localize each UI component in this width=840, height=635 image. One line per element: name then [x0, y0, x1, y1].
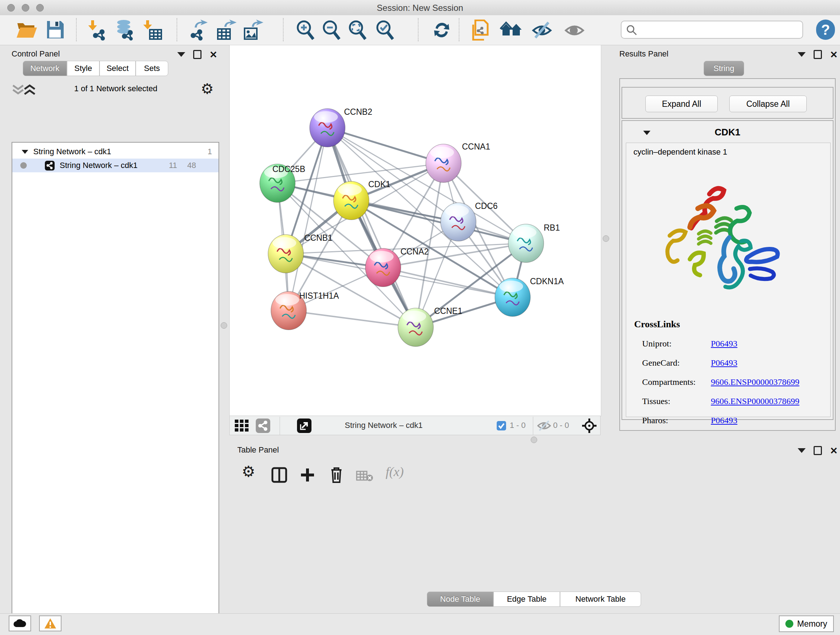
results-panel-close-icon[interactable]: ✕	[830, 51, 838, 58]
hide-panel-eye-icon[interactable]	[532, 19, 552, 40]
node-gloss-highlight	[499, 280, 523, 292]
fit-selection-crosshair-icon[interactable]	[581, 418, 597, 434]
import-table-icon[interactable]	[143, 19, 163, 40]
node-gloss-highlight	[314, 111, 338, 123]
tab-style[interactable]: Style	[67, 61, 99, 76]
network-label: String Network – cdk1	[60, 161, 137, 170]
selected-checkbox-icon[interactable]	[497, 421, 506, 431]
selected-count: 1 - 0	[510, 421, 526, 430]
node-gloss-highlight	[370, 251, 393, 263]
string-view-icon[interactable]	[256, 418, 270, 433]
import-network-icon[interactable]	[88, 19, 108, 40]
zoom-in-icon[interactable]	[295, 19, 315, 40]
left-splitter-handle[interactable]	[221, 322, 227, 329]
node-gloss-highlight	[272, 237, 296, 249]
control-panel-close-icon[interactable]: ✕	[210, 51, 218, 58]
table-panel-menu-icon[interactable]	[798, 448, 806, 453]
refresh-icon[interactable]	[432, 19, 452, 40]
network-edge-CCNA2-CDKN1A[interactable]	[383, 268, 513, 297]
tab-network[interactable]: Network	[23, 61, 67, 76]
crosslink-label: GeneCard:	[642, 358, 711, 368]
table-panel-title: Table Panel	[237, 445, 279, 455]
collapse-all-button[interactable]: Collapse All	[729, 96, 807, 112]
delete-column-icon[interactable]	[329, 466, 344, 484]
table-tabs: Node TableEdge TableNetwork Table	[427, 592, 641, 607]
network-edge-HIST1H1A-CCNE1[interactable]	[289, 310, 416, 327]
show-columns-icon[interactable]	[271, 467, 287, 483]
memory-label: Memory	[797, 619, 827, 629]
table-panel-float-icon[interactable]	[813, 446, 822, 455]
network-options-gear-icon[interactable]: ⚙	[201, 80, 214, 97]
tab-select[interactable]: Select	[99, 61, 136, 76]
crosslink-value-link[interactable]: P06493	[711, 339, 737, 348]
home-networks-icon[interactable]	[500, 19, 524, 40]
network-edge-CDK1-RB1[interactable]	[351, 201, 526, 243]
crosslink-value-link[interactable]: 9606.ENSP00000378699	[711, 396, 799, 406]
results-panel-float-icon[interactable]	[813, 50, 822, 59]
function-builder-icon[interactable]: f(x)	[386, 464, 404, 479]
zoom-selected-icon[interactable]	[375, 19, 394, 40]
results-panel-title: Results Panel	[619, 49, 668, 59]
import-database-icon[interactable]	[114, 19, 136, 40]
crosslink-label: Uniprot:	[642, 339, 711, 348]
collapse-all-chevron-icon[interactable]	[22, 84, 38, 96]
crosslink-row: GeneCard:P06493	[642, 353, 823, 372]
network-list: String Network – cdk1 1 String Network –…	[11, 142, 219, 635]
delete-table-icon[interactable]	[356, 470, 373, 482]
open-session-icon[interactable]	[16, 19, 38, 40]
search-input[interactable]	[621, 21, 803, 39]
table-options-gear-icon[interactable]: ⚙	[242, 463, 256, 480]
help-button[interactable]: ?	[816, 19, 835, 40]
collection-expander-icon[interactable]	[21, 149, 29, 155]
network-edge-CCNB2-CCNE1[interactable]	[327, 128, 416, 327]
toolbar-separator	[76, 18, 77, 41]
add-column-icon[interactable]	[300, 467, 316, 483]
right-splitter-handle[interactable]	[603, 235, 609, 242]
save-session-icon[interactable]	[46, 19, 65, 40]
table-panel-close-icon[interactable]: ✕	[830, 447, 838, 454]
crosslink-label: Pharos:	[642, 416, 711, 425]
control-panel-tabs: NetworkStyleSelectSets	[23, 61, 168, 76]
cloud-icon	[13, 619, 27, 628]
copy-network-icon[interactable]	[470, 19, 491, 40]
export-network-icon[interactable]	[187, 19, 208, 40]
control-panel-float-icon[interactable]	[193, 50, 202, 59]
open-in-window-icon[interactable]	[297, 418, 311, 433]
zoom-out-icon[interactable]	[321, 19, 341, 40]
export-table-icon[interactable]	[216, 19, 237, 40]
node-label-RB1: RB1	[544, 223, 560, 233]
string-network-icon	[45, 161, 55, 171]
network-status-dot	[20, 162, 27, 169]
tab-sets[interactable]: Sets	[136, 61, 168, 76]
crosslink-value-link[interactable]: P06493	[711, 416, 737, 425]
expand-all-button[interactable]: Expand All	[645, 96, 718, 112]
crosslink-label: Compartments:	[642, 377, 711, 387]
crosslink-value-link[interactable]: P06493	[711, 358, 737, 368]
crosslink-value-link[interactable]: 9606.ENSP00000378699	[711, 377, 799, 387]
export-image-icon[interactable]	[242, 19, 264, 40]
zoom-fit-icon[interactable]	[347, 19, 367, 40]
warning-button[interactable]	[39, 616, 62, 631]
tab-edge-table[interactable]: Edge Table	[493, 592, 560, 607]
cloud-button[interactable]	[9, 616, 31, 631]
network-collection-row[interactable]: String Network – cdk1 1	[12, 145, 218, 158]
results-content: Expand All Collapse All CDK1 cyclin–depe…	[619, 78, 836, 431]
node-label-CDC25B: CDC25B	[272, 165, 305, 174]
crosslink-row: Compartments:9606.ENSP00000378699	[642, 372, 823, 392]
tab-network-table[interactable]: Network Table	[560, 592, 641, 607]
network-view-toolbar: String Network – cdk1 1 - 0 0 - 0	[229, 416, 600, 435]
show-panel-eye-icon[interactable]	[564, 19, 584, 40]
network-edge-CCNB2-CCNA1[interactable]	[327, 128, 444, 163]
results-panel-menu-icon[interactable]	[798, 52, 806, 57]
tab-node-table[interactable]: Node Table	[427, 592, 493, 607]
hidden-eye-icon[interactable]	[537, 420, 551, 431]
memory-button[interactable]: Memory	[779, 616, 834, 632]
crosslink-row: Uniprot:P06493	[642, 334, 823, 353]
control-panel-menu-icon[interactable]	[177, 52, 185, 57]
protein-structure-image[interactable]	[655, 174, 793, 312]
table-panel: Table Panel ✕ ⚙ f(x) shared namenamecano…	[227, 437, 840, 613]
network-row-selected[interactable]: String Network – cdk1 11 48	[12, 158, 218, 172]
birds-eye-grid-icon[interactable]	[235, 419, 249, 432]
tab-string[interactable]: String	[704, 61, 744, 76]
network-canvas[interactable]: CCNB2CCNA1CDC25BCDK1CDC6RB1CCNB1CCNA2CDK…	[229, 45, 601, 416]
